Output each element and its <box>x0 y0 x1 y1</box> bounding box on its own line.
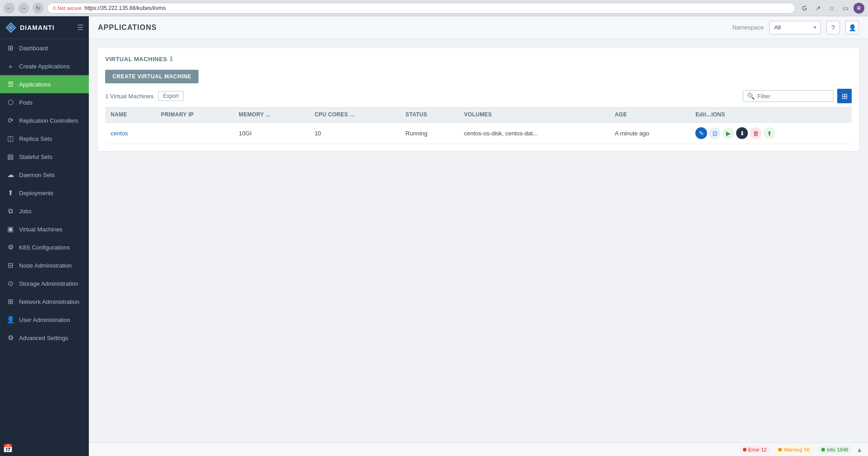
table-body: centos 10GI 10 Running centos-os-disk, c… <box>105 123 852 144</box>
app-container: DIAMANTI ☰ ⊞ Dashboard + Create Applicat… <box>0 16 868 456</box>
top-bar-right: Namespace All default kube-system ? 👤 <box>732 21 859 34</box>
back-button[interactable]: ← <box>4 3 15 14</box>
section-title-text: VIRTUAL MACHINES <box>105 56 167 62</box>
section-title: VIRTUAL MACHINES ℹ <box>105 55 852 62</box>
view-icon[interactable]: ⊡ <box>709 127 721 139</box>
google-icon[interactable]: G <box>799 3 810 14</box>
url-bar: ⚠ Not secure https://35.222.135.88/kubes… <box>47 3 795 14</box>
grid-view-button[interactable]: ⊞ <box>837 89 852 103</box>
star-icon[interactable]: ☆ <box>826 3 837 14</box>
vm-table: NAME PRIMARY IP MEMORY ... CPU CORES ...… <box>105 107 852 144</box>
sidebar-label-daemon-sets: Daemon Sets <box>19 172 55 178</box>
sidebar-item-k8s-configurations[interactable]: ⚙ K8S Configurations <box>0 238 89 256</box>
cell-name: centos <box>105 123 155 144</box>
sidebar-icon-k8s-configurations: ⚙ <box>6 243 15 251</box>
help-icon[interactable]: ? <box>826 21 840 34</box>
col-memory: MEMORY ... <box>233 107 309 123</box>
status-bar: Error 12 Warning 50 Info 1948 ▲ <box>89 442 868 456</box>
edit-icon[interactable]: ✎ <box>695 127 707 139</box>
sidebar-icon-virtual-machines: ▣ <box>6 225 15 233</box>
sidebar-item-replication-controllers[interactable]: ⟳ Replication Controllers <box>0 111 89 130</box>
sidebar-icon-daemon-sets: ☁ <box>6 171 15 179</box>
top-bar: APPLICATIONS Namespace All default kube-… <box>89 16 868 39</box>
sidebar-icon-replica-sets: ◫ <box>6 134 15 143</box>
logo-text: DIAMANTI <box>20 24 54 31</box>
action-icons: ✎ ⊡ ▶ ⬇ 🗑 ⬆ <box>695 127 846 139</box>
cell-status: Running <box>400 123 459 144</box>
snapshot-icon[interactable]: ⬇ <box>736 127 748 139</box>
filter-input[interactable] <box>757 93 829 100</box>
sidebar-label-virtual-machines: Virtual Machines <box>19 226 63 233</box>
sidebar-item-daemon-sets[interactable]: ☁ Daemon Sets <box>0 166 89 184</box>
sidebar-label-replica-sets: Replica Sets <box>19 135 52 142</box>
refresh-button[interactable]: ↻ <box>33 3 44 14</box>
cell-age: A minute ago <box>609 123 690 144</box>
col-primary-ip: PRIMARY IP <box>155 107 233 123</box>
col-actions: Edit...IONS <box>690 107 852 123</box>
vm-name-link[interactable]: centos <box>111 130 128 137</box>
sidebar-item-advanced-settings[interactable]: ⚙ Advanced Settings <box>0 329 89 347</box>
sidebar-label-node-administration: Node Administration <box>19 262 72 269</box>
sidebar-label-applications: Applications <box>19 81 51 88</box>
tablet-icon[interactable]: ▭ <box>840 3 851 14</box>
vm-count-text: 1 Virtual Machines <box>105 93 154 100</box>
info-status-chip[interactable]: Info 1948 <box>818 446 852 453</box>
not-secure-indicator: ⚠ Not secure <box>52 5 82 11</box>
sidebar-icon-jobs: ⧉ <box>6 207 15 215</box>
sidebar-item-virtual-machines[interactable]: ▣ Virtual Machines <box>0 220 89 238</box>
error-status-chip[interactable]: Error 12 <box>739 446 771 453</box>
info-icon[interactable]: ℹ <box>170 55 173 62</box>
warning-label: Warning <box>784 447 802 452</box>
sidebar-label-stateful-sets: Stateful Sets <box>19 154 53 160</box>
search-icon: 🔍 <box>747 92 755 100</box>
sidebar-item-jobs[interactable]: ⧉ Jobs <box>0 202 89 220</box>
sidebar-items-container: ⊞ Dashboard + Create Applications ☰ Appl… <box>0 39 89 347</box>
virtual-machines-card: VIRTUAL MACHINES ℹ CREATE VIRTUAL MACHIN… <box>98 48 859 151</box>
main-content: APPLICATIONS Namespace All default kube-… <box>89 16 868 456</box>
namespace-select-wrapper: All default kube-system <box>769 21 821 34</box>
delete-icon[interactable]: 🗑 <box>750 127 761 139</box>
sidebar-item-node-administration[interactable]: ⊟ Node Administration <box>0 256 89 274</box>
cell-volumes: centos-os-disk, centos-dat... <box>459 123 610 144</box>
error-dot <box>743 448 747 451</box>
cell-memory: 10GI <box>233 123 309 144</box>
sidebar-label-pods: Pods <box>19 99 33 106</box>
sidebar-item-network-administration[interactable]: ⊞ Network Administration <box>0 293 89 311</box>
sidebar: DIAMANTI ☰ ⊞ Dashboard + Create Applicat… <box>0 16 89 456</box>
cell-actions: ✎ ⊡ ▶ ⬇ 🗑 ⬆ <box>690 123 852 144</box>
warning-status-chip[interactable]: Warning 50 <box>775 446 813 453</box>
export-button[interactable]: Export <box>158 91 184 101</box>
sidebar-icon-pods: ⬡ <box>6 98 15 106</box>
share-icon[interactable]: ↗ <box>813 3 824 14</box>
sidebar-item-deployments[interactable]: ⬆ Deployments <box>0 184 89 202</box>
user-menu-icon[interactable]: 👤 <box>845 21 859 34</box>
user-avatar[interactable]: R <box>853 3 864 14</box>
forward-button[interactable]: → <box>18 3 29 14</box>
sidebar-item-applications[interactable]: ☰ Applications <box>0 75 89 93</box>
sidebar-header: DIAMANTI ☰ <box>0 16 89 39</box>
sidebar-item-replica-sets[interactable]: ◫ Replica Sets <box>0 130 89 148</box>
export-row-icon[interactable]: ⬆ <box>763 127 775 139</box>
sidebar-item-stateful-sets[interactable]: ▤ Stateful Sets <box>0 148 89 166</box>
warning-count: 50 <box>804 447 810 452</box>
play-icon[interactable]: ▶ <box>723 127 734 139</box>
sidebar-item-user-administration[interactable]: 👤 User Administration <box>0 311 89 329</box>
table-count: 1 Virtual Machines Export <box>105 91 184 101</box>
sidebar-toggle-icon[interactable]: ☰ <box>77 23 83 32</box>
warning-dot <box>778 448 782 451</box>
sidebar-item-dashboard[interactable]: ⊞ Dashboard <box>0 39 89 57</box>
sidebar-item-create-applications[interactable]: + Create Applications <box>0 57 89 75</box>
status-expand-icon[interactable]: ▲ <box>856 446 863 453</box>
create-vm-button[interactable]: CREATE VIRTUAL MACHINE <box>105 70 199 83</box>
page-content: VIRTUAL MACHINES ℹ CREATE VIRTUAL MACHIN… <box>89 39 868 442</box>
table-row: centos 10GI 10 Running centos-os-disk, c… <box>105 123 852 144</box>
sidebar-icon-create-applications: + <box>6 62 15 70</box>
col-name: NAME <box>105 107 155 123</box>
sidebar-label-user-administration: User Administration <box>19 317 70 323</box>
sidebar-icon-dashboard: ⊞ <box>6 44 15 52</box>
sidebar-label-k8s-configurations: K8S Configurations <box>19 244 70 251</box>
sidebar-item-storage-administration[interactable]: ⊙ Storage Administration <box>0 274 89 293</box>
namespace-select[interactable]: All default kube-system <box>769 21 821 34</box>
calendar-icon[interactable]: 📅 <box>3 443 13 453</box>
sidebar-item-pods[interactable]: ⬡ Pods <box>0 93 89 111</box>
